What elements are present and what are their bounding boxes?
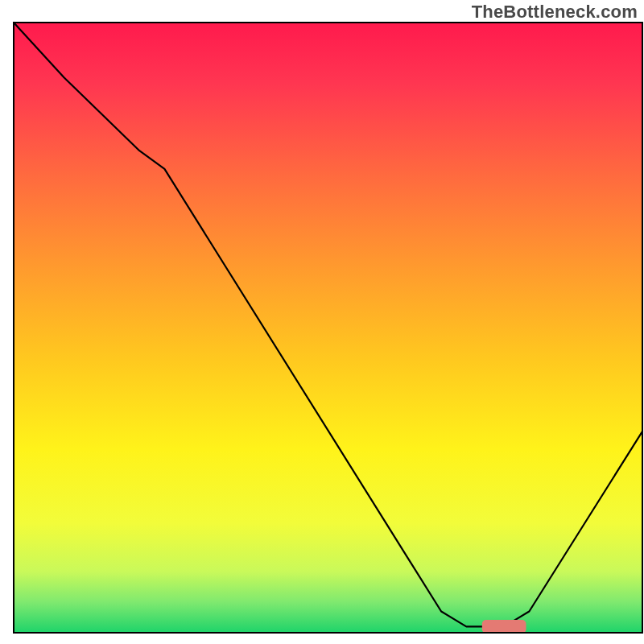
chart-container: TheBottleneck.com xyxy=(0,0,644,644)
chart-background xyxy=(14,23,642,633)
chart-svg xyxy=(0,0,644,644)
watermark-text: TheBottleneck.com xyxy=(472,2,638,23)
optimal-marker xyxy=(482,620,526,634)
